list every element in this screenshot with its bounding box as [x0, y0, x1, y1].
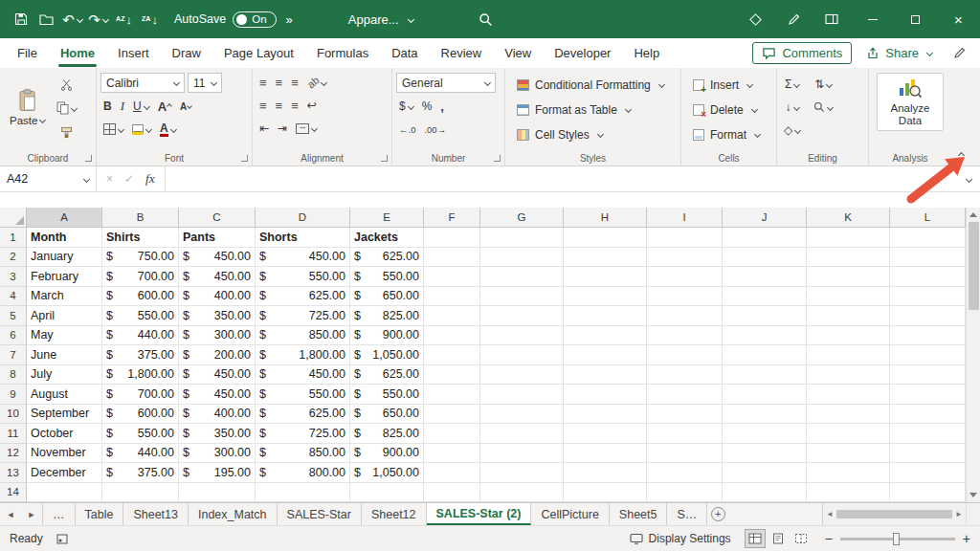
column-header-K[interactable]: K	[807, 208, 890, 228]
cell-G9[interactable]	[480, 385, 564, 405]
cell-J6[interactable]	[723, 326, 807, 346]
cell-G10[interactable]	[480, 405, 564, 425]
cell-A10[interactable]: September	[27, 405, 102, 425]
pen-mode-icon[interactable]	[947, 39, 972, 68]
ribbon-tab-review[interactable]: Review	[430, 38, 494, 68]
cell-K10[interactable]	[807, 405, 890, 425]
cell-F1[interactable]	[424, 228, 480, 248]
scroll-left-icon[interactable]: ◄	[826, 510, 834, 518]
display-settings-button[interactable]: Display Settings	[630, 532, 731, 545]
column-header-F[interactable]: F	[424, 208, 480, 228]
cell-G6[interactable]	[480, 326, 564, 346]
copy-ic on[interactable]	[54, 99, 79, 118]
cell-I3[interactable]	[647, 267, 723, 287]
cell-G14[interactable]	[480, 483, 564, 503]
cell-A6[interactable]: May	[27, 326, 102, 346]
insert-function-icon[interactable]: fx	[145, 171, 155, 187]
ribbon-tab-draw[interactable]: Draw	[161, 38, 212, 68]
format-cells-button[interactable]: Format	[685, 122, 772, 146]
share-button[interactable]: Share	[858, 43, 941, 63]
ribbon-tab-data[interactable]: Data	[380, 38, 429, 68]
row-header-13[interactable]: 13	[0, 463, 27, 483]
cell-J13[interactable]	[723, 463, 807, 483]
cell-A14[interactable]	[27, 483, 102, 503]
cell-J7[interactable]	[723, 345, 807, 365]
cell-H1[interactable]	[564, 228, 647, 248]
cell-H7[interactable]	[564, 345, 647, 365]
cell-B1[interactable]: Shirts	[102, 228, 179, 248]
cell-J1[interactable]	[723, 228, 807, 248]
zoom-in-icon[interactable]: +	[963, 531, 970, 546]
cell-C14[interactable]	[179, 483, 256, 503]
cell-B6[interactable]: $440.00	[102, 326, 179, 346]
cell-H5[interactable]	[564, 306, 647, 326]
italic-button[interactable]: I	[118, 97, 127, 116]
ribbon-tab-developer[interactable]: Developer	[543, 38, 622, 68]
document-title[interactable]: Appare...	[348, 12, 413, 27]
cell-C7[interactable]: $200.00	[179, 345, 256, 365]
cell-F2[interactable]	[424, 248, 480, 268]
cell-J2[interactable]	[723, 248, 807, 268]
row-header-9[interactable]: 9	[0, 385, 27, 405]
row-header-8[interactable]: 8	[0, 365, 27, 386]
font-color-icon[interactable]: A	[157, 120, 179, 139]
sheet-tab-table[interactable]: Table	[76, 503, 124, 525]
cell-D13[interactable]: $800.00	[256, 463, 350, 483]
cell-C9[interactable]: $450.00	[179, 385, 256, 405]
diamond-icon[interactable]	[736, 0, 774, 38]
zoom-out-icon[interactable]: −	[825, 531, 833, 546]
cell-E6[interactable]: $900.00	[350, 326, 424, 346]
cell-C4[interactable]: $400.00	[179, 287, 256, 307]
cell-B7[interactable]: $375.00	[102, 345, 179, 365]
open-folder-icon[interactable]	[33, 5, 59, 33]
cell-L11[interactable]	[890, 424, 966, 444]
cell-L1[interactable]	[890, 228, 966, 248]
wrap-text-icon[interactable]: ↩	[304, 96, 320, 115]
minimize-button[interactable]	[851, 0, 894, 38]
cell-K11[interactable]	[807, 424, 890, 444]
cell-A4[interactable]: March	[27, 287, 102, 307]
cell-K3[interactable]	[807, 267, 890, 287]
cell-D12[interactable]: $850.00	[256, 444, 350, 464]
save-icon[interactable]	[8, 5, 33, 33]
cell-I1[interactable]	[647, 228, 723, 248]
cell-F9[interactable]	[424, 385, 480, 405]
cell-K6[interactable]	[807, 326, 890, 346]
align-left-icon[interactable]: ≡	[256, 96, 270, 115]
cell-E4[interactable]: $650.00	[350, 287, 424, 307]
cell-H14[interactable]	[564, 483, 647, 503]
cell-L3[interactable]	[890, 267, 966, 287]
autosum-icon[interactable]: Σ	[781, 75, 803, 94]
cell-G4[interactable]	[480, 287, 564, 307]
borders-icon[interactable]	[100, 120, 126, 139]
cell-H10[interactable]	[564, 405, 647, 425]
cell-K8[interactable]	[807, 365, 890, 386]
row-header-3[interactable]: 3	[0, 267, 27, 287]
cell-B9[interactable]: $700.00	[102, 385, 179, 405]
cell-L12[interactable]	[890, 444, 966, 464]
page-layout-view-icon[interactable]	[768, 529, 789, 548]
cell-L2[interactable]	[890, 248, 966, 268]
cell-K13[interactable]	[807, 463, 890, 483]
cell-C10[interactable]: $400.00	[179, 405, 256, 425]
clipboard-dialog-launcher[interactable]	[85, 155, 92, 162]
cell-D14[interactable]	[256, 483, 350, 503]
ribbon-tab-help[interactable]: Help	[622, 38, 671, 68]
cell-L4[interactable]	[890, 287, 966, 307]
cell-J8[interactable]	[723, 365, 807, 386]
cell-L14[interactable]	[890, 483, 966, 503]
font-name-select[interactable]: Calibri	[100, 73, 185, 93]
cell-A9[interactable]: August	[27, 385, 102, 405]
cell-L5[interactable]	[890, 306, 966, 326]
cell-F11[interactable]	[424, 424, 480, 444]
cell-D1[interactable]: Shorts	[256, 228, 350, 248]
fill-icon[interactable]: ↓	[781, 98, 803, 117]
format-as-table-button[interactable]: Format as Table	[509, 98, 677, 121]
cell-E10[interactable]: $650.00	[350, 405, 424, 425]
scroll-up-icon[interactable]	[969, 212, 977, 217]
cell-I9[interactable]	[647, 385, 723, 405]
sheet-tab-sheet5[interactable]: Sheet5	[610, 503, 668, 525]
sheet-tab-sheet13[interactable]: Sheet13	[123, 503, 189, 525]
column-header-G[interactable]: G	[480, 208, 564, 228]
cell-F13[interactable]	[424, 463, 480, 483]
